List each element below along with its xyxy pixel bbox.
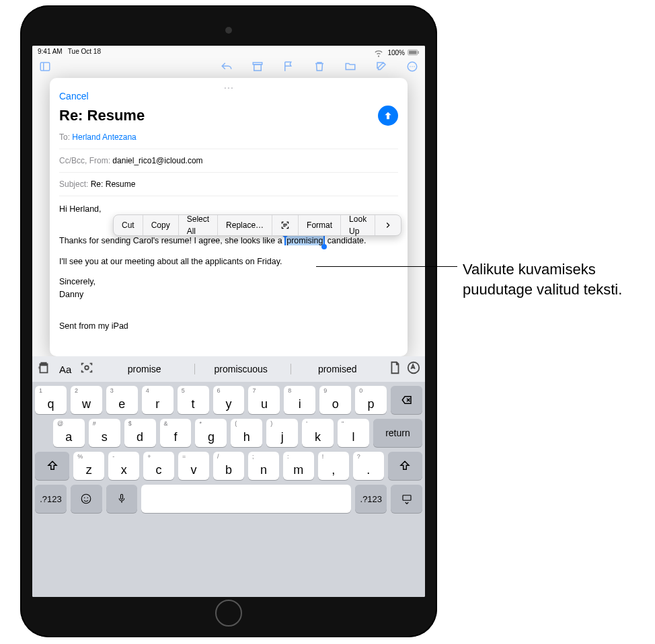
chevron-right-icon (383, 220, 393, 230)
return-key[interactable]: return (373, 419, 422, 447)
svg-point-13 (81, 494, 91, 504)
scan-text-button[interactable] (272, 215, 299, 235)
key-p[interactable]: 0p (355, 386, 387, 414)
suggestion-1[interactable]: promise (98, 364, 190, 374)
copy-button[interactable]: Copy (143, 215, 179, 235)
format-button[interactable]: Format (299, 215, 341, 235)
svg-rect-16 (120, 494, 122, 499)
key-f[interactable]: &f (160, 419, 192, 447)
subject-label: Subject: (59, 179, 88, 189)
clipboard-icon[interactable] (36, 360, 51, 378)
arrow-up-icon (383, 110, 393, 121)
email-body[interactable]: Hi Herland, Cut Copy Select All Replace…… (59, 196, 398, 333)
key-i[interactable]: 8i (284, 386, 315, 414)
key-l[interactable]: "l (338, 419, 369, 447)
selected-text[interactable]: promising (284, 236, 325, 245)
backspace-key[interactable] (391, 386, 422, 414)
lookup-button[interactable]: Look Up (341, 215, 375, 235)
svg-point-8 (410, 66, 411, 67)
to-label: To: (59, 132, 70, 142)
status-time: 9:41 AM (38, 48, 63, 55)
replace-button[interactable]: Replace… (218, 215, 272, 235)
folder-icon (344, 61, 356, 79)
key-h[interactable]: (h (231, 419, 262, 447)
hide-keyboard-key[interactable] (391, 485, 422, 513)
send-button[interactable] (378, 106, 398, 126)
more-icon (406, 61, 418, 79)
key-q[interactable]: 1q (35, 386, 67, 414)
suggestion-bar: Aa promise promiscuous promised (32, 356, 425, 382)
cut-button[interactable]: Cut (114, 215, 143, 235)
screen: 9:41 AM Tue Oct 18 100% (32, 46, 425, 597)
status-bar: 9:41 AM Tue Oct 18 100% (32, 46, 425, 58)
key-t[interactable]: 5t (178, 386, 209, 414)
signoff: Sincerely, (59, 277, 95, 286)
svg-point-15 (87, 497, 89, 499)
key-a[interactable]: @a (53, 419, 85, 447)
svg-rect-17 (403, 495, 411, 501)
key-n[interactable]: ;n (248, 452, 279, 480)
key-z[interactable]: %z (73, 452, 104, 480)
svg-rect-1 (409, 50, 417, 54)
text-format-icon[interactable]: Aa (59, 364, 71, 375)
home-button[interactable] (215, 600, 242, 627)
key-k[interactable]: 'k (302, 419, 334, 447)
key-b[interactable]: /b (213, 452, 244, 480)
svg-point-14 (84, 497, 85, 499)
body-line1a: Thanks for sending Carol's resume! I agr… (59, 236, 284, 245)
to-value: Herland Antezana (72, 132, 136, 142)
key-u[interactable]: 7u (248, 386, 280, 414)
key-w[interactable]: 2w (71, 386, 102, 414)
key-o[interactable]: 9o (319, 386, 351, 414)
key-x[interactable]: -x (108, 452, 139, 480)
compose-sheet: • • • Cancel Re: Resume To: Herland Ante… (50, 78, 408, 356)
cc-field[interactable]: Cc/Bcc, From: daniel_rico1@icloud.com (59, 149, 398, 173)
markup-icon[interactable] (406, 360, 421, 378)
key-.[interactable]: ?. (353, 452, 384, 480)
status-date: Tue Oct 18 (68, 48, 101, 55)
shift-icon (399, 460, 411, 472)
callout-text: Valikute kuvamiseks puudutage valitud te… (463, 259, 632, 299)
ipad-frame: 9:41 AM Tue Oct 18 100% (20, 5, 437, 637)
suggestion-2[interactable]: promiscuous (194, 364, 287, 374)
suggestion-3[interactable]: promised (291, 364, 383, 374)
document-icon[interactable] (387, 360, 402, 378)
key-c[interactable]: +c (143, 452, 174, 480)
key-e[interactable]: 3e (106, 386, 138, 414)
key-,[interactable]: !, (318, 452, 349, 480)
keyboard-down-icon (401, 493, 413, 505)
compose-title: Re: Resume (59, 107, 145, 124)
key-r[interactable]: 4r (142, 386, 174, 414)
key-m[interactable]: :m (283, 452, 314, 480)
more-menu-button[interactable] (375, 215, 401, 235)
edit-menu: Cut Copy Select All Replace… Format Look… (113, 214, 401, 236)
numbers-key-right[interactable]: .?123 (355, 485, 387, 513)
emoji-icon (80, 493, 92, 505)
to-field[interactable]: To: Herland Antezana (59, 126, 398, 149)
compose-icon (375, 61, 387, 79)
sidebar-icon (39, 61, 51, 79)
svg-point-10 (414, 66, 415, 67)
cc-value: daniel_rico1@icloud.com (112, 156, 202, 165)
camera-dot (225, 27, 232, 34)
key-v[interactable]: =v (178, 452, 209, 480)
select-all-button[interactable]: Select All (179, 215, 218, 235)
camera-scan-icon[interactable] (79, 360, 94, 378)
cc-label: Cc/Bcc, From: (59, 156, 110, 165)
dictation-key[interactable] (106, 485, 138, 513)
subject-field[interactable]: Subject: Re: Resume (59, 173, 398, 196)
svg-rect-6 (254, 65, 262, 71)
key-y[interactable]: 6y (213, 386, 245, 414)
cancel-button[interactable]: Cancel (59, 91, 398, 102)
key-g[interactable]: *g (195, 419, 227, 447)
shift-key-right[interactable] (388, 452, 422, 480)
space-key[interactable] (141, 485, 351, 513)
emoji-key[interactable] (71, 485, 102, 513)
key-d[interactable]: $d (124, 419, 156, 447)
key-j[interactable]: )j (266, 419, 298, 447)
flag-icon (282, 61, 295, 79)
shift-key[interactable] (35, 452, 69, 480)
key-s[interactable]: #s (89, 419, 120, 447)
numbers-key[interactable]: .?123 (35, 485, 67, 513)
keyboard: Aa promise promiscuous promised 1q2w3e4r… (32, 356, 425, 597)
